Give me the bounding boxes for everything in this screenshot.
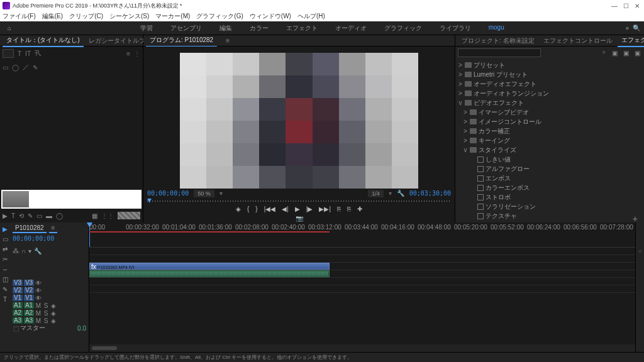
effects-folder[interactable]: >Lumetri プリセット bbox=[455, 70, 644, 79]
style-thumb[interactable] bbox=[3, 191, 29, 207]
transport-button[interactable]: ◀| bbox=[282, 206, 289, 212]
zoom-scrollbar[interactable] bbox=[92, 346, 117, 350]
track-toggle[interactable]: S bbox=[43, 310, 49, 316]
search-icon[interactable]: 🔍 bbox=[633, 25, 640, 31]
track-visibility-icon[interactable]: 👁 bbox=[35, 287, 42, 293]
track-visibility-icon[interactable]: 👁 bbox=[35, 295, 42, 301]
accel-icon[interactable]: ▣ bbox=[610, 48, 619, 57]
sequence-tab[interactable]: P1010282 bbox=[13, 224, 47, 233]
marker-icon[interactable]: ▾ bbox=[28, 248, 31, 256]
workspace-tab[interactable]: mogu bbox=[485, 23, 508, 34]
track-lane[interactable] bbox=[89, 248, 635, 255]
track-source[interactable]: A1 bbox=[13, 302, 23, 309]
track-toggle[interactable]: S bbox=[43, 302, 49, 309]
32bit-icon[interactable]: ▣ bbox=[621, 48, 630, 57]
disclosure-icon[interactable]: > bbox=[458, 79, 463, 89]
effect-item[interactable]: エンボス bbox=[455, 173, 644, 183]
effect-item[interactable]: しきい値 bbox=[455, 155, 644, 164]
track-lane[interactable] bbox=[89, 270, 635, 278]
effects-tab[interactable]: プロジェクト: 名称未設定 bbox=[458, 35, 538, 47]
track-source[interactable]: A2 bbox=[13, 310, 23, 316]
effects-folder[interactable]: >キーイング bbox=[455, 136, 644, 145]
selection-icon[interactable]: ▶ bbox=[3, 212, 8, 219]
pen-icon[interactable]: ✎ bbox=[28, 212, 33, 219]
timeline-tool[interactable]: ▶ bbox=[1, 225, 9, 233]
maximize-icon[interactable]: ☐ bbox=[623, 3, 629, 9]
disclosure-icon[interactable]: > bbox=[463, 126, 468, 136]
effects-folder[interactable]: >イマーシブビデオ bbox=[455, 107, 644, 117]
menu-item[interactable]: ウィンドウ(W) bbox=[250, 12, 291, 21]
timeline-tc[interactable]: 00;00;00;00 bbox=[10, 234, 89, 248]
workspace-tab[interactable]: 編集 bbox=[216, 23, 236, 34]
track-toggle[interactable]: M bbox=[35, 302, 42, 309]
track-target[interactable]: A2 bbox=[24, 310, 34, 316]
transport-button[interactable]: |◀◀ bbox=[264, 206, 276, 212]
disclosure-icon[interactable]: > bbox=[463, 107, 468, 117]
timeline-tool[interactable]: ⇄ bbox=[1, 245, 9, 253]
effects-folder[interactable]: >オーディオトランジション bbox=[455, 89, 644, 98]
track-toggle[interactable]: M bbox=[35, 310, 42, 316]
rect-icon[interactable]: ▭ bbox=[36, 212, 42, 219]
disclosure-icon[interactable]: v bbox=[463, 145, 468, 155]
workspace-tab[interactable]: 学習 bbox=[136, 23, 157, 34]
track-source[interactable]: V1 bbox=[13, 295, 23, 301]
effect-item[interactable]: ソラリゼーション bbox=[455, 202, 644, 211]
disclosure-icon[interactable]: > bbox=[458, 70, 463, 79]
menu-item[interactable]: マーカー(M) bbox=[155, 12, 190, 21]
disclosure-icon[interactable]: > bbox=[458, 89, 463, 98]
export-frame-icon[interactable]: 📷 bbox=[296, 215, 303, 222]
track-source[interactable]: V2 bbox=[13, 287, 23, 293]
tc-in[interactable]: 00;00;00;00 bbox=[147, 190, 189, 197]
track-toggle[interactable]: M bbox=[35, 317, 42, 324]
track-source[interactable]: A3 bbox=[13, 317, 23, 324]
resolution-select[interactable]: 1/4 bbox=[368, 190, 384, 197]
transport-button[interactable]: ◈ bbox=[236, 206, 241, 212]
tab-program[interactable]: プログラム: P1010282 bbox=[146, 35, 217, 47]
link-icon[interactable]: ∩ bbox=[21, 248, 26, 256]
transport-button[interactable]: |▶ bbox=[306, 206, 313, 212]
playhead-icon[interactable] bbox=[147, 199, 152, 203]
source-monitor[interactable] bbox=[0, 74, 143, 209]
workspace-tab[interactable]: カラー bbox=[246, 23, 272, 34]
menu-item[interactable]: 編集(E) bbox=[42, 12, 63, 21]
workspace-tab[interactable]: グラフィック bbox=[380, 23, 426, 34]
distribute-icon[interactable]: ⋮⋮ bbox=[101, 212, 114, 219]
track-toggle[interactable]: ◈ bbox=[50, 302, 57, 309]
line-icon[interactable]: ／ bbox=[23, 63, 29, 72]
type-icon[interactable]: T bbox=[11, 212, 15, 219]
audio-clip[interactable] bbox=[89, 270, 330, 277]
program-monitor[interactable] bbox=[143, 47, 455, 189]
align-icon[interactable]: ≡ bbox=[126, 50, 130, 57]
track-header[interactable]: V1V1👁 bbox=[10, 294, 89, 302]
snap-icon[interactable]: ⁂ bbox=[13, 248, 19, 256]
home-icon[interactable]: ⌂ bbox=[0, 25, 19, 31]
timeline-tool[interactable]: ✎ bbox=[1, 285, 9, 293]
effects-tab[interactable]: エフェクト bbox=[618, 35, 644, 47]
track-target[interactable]: A1 bbox=[24, 302, 34, 309]
disclosure-icon[interactable]: v bbox=[458, 98, 463, 107]
menu-item[interactable]: グラフィック(G) bbox=[196, 12, 243, 21]
close-icon[interactable]: ✕ bbox=[634, 3, 640, 9]
wrench-icon[interactable]: 🔧 bbox=[397, 190, 404, 197]
settings-icon[interactable]: 🔧 bbox=[34, 248, 42, 256]
effects-folder[interactable]: >プリセット bbox=[455, 60, 644, 70]
track-target[interactable]: V2 bbox=[24, 287, 34, 293]
center-icon[interactable]: ▦ bbox=[92, 212, 97, 219]
effects-folder[interactable]: >カラー補正 bbox=[455, 126, 644, 136]
minimize-icon[interactable]: — bbox=[611, 3, 618, 9]
timeline-tool[interactable]: ◫ bbox=[1, 275, 9, 283]
menu-item[interactable]: クリップ(C) bbox=[69, 12, 103, 21]
chevron-icon[interactable]: » bbox=[625, 25, 629, 31]
transport-button[interactable]: { bbox=[247, 206, 249, 212]
track-target[interactable]: A3 bbox=[24, 317, 34, 324]
yuv-icon[interactable]: ▣ bbox=[633, 48, 641, 57]
ellipse-icon[interactable]: ◯ bbox=[56, 212, 63, 219]
track-toggle[interactable]: S bbox=[43, 317, 49, 324]
timeline-tracks[interactable]: fx P1010282.MP4 [V] bbox=[89, 248, 635, 344]
menu-item[interactable]: シーケンス(S) bbox=[109, 12, 149, 21]
track-visibility-icon[interactable]: 👁 bbox=[35, 280, 42, 286]
ellipse-icon[interactable]: ◯ bbox=[12, 64, 19, 71]
clear-icon[interactable]: × bbox=[602, 49, 606, 56]
transport-button[interactable]: ▶▶| bbox=[319, 206, 331, 212]
effects-folder[interactable]: >オーディオエフェクト bbox=[455, 79, 644, 89]
